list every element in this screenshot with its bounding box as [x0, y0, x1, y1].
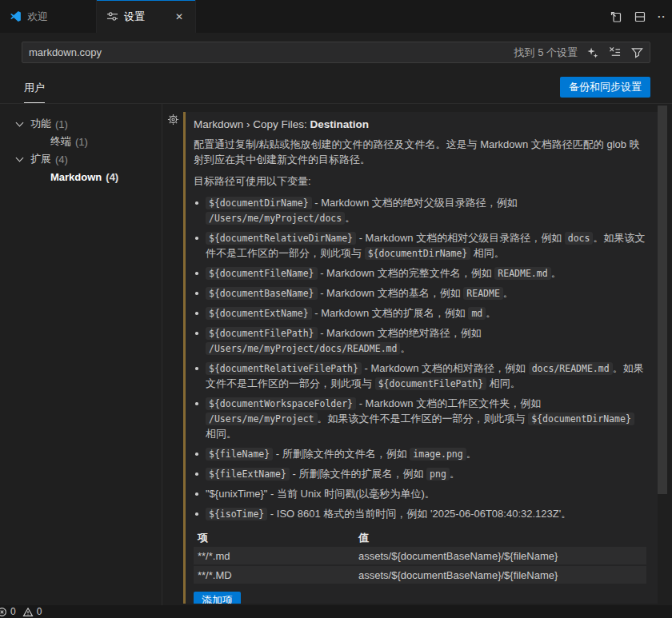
- tab-welcome[interactable]: 欢迎: [0, 0, 97, 33]
- tab-settings[interactable]: 设置 ✕: [97, 0, 196, 33]
- toc-item[interactable]: 扩展(4): [0, 150, 162, 168]
- code-chip: /Users/me/myProject/docs/README.md: [206, 342, 400, 355]
- setting-name: Destination: [310, 118, 370, 130]
- toc-item-label: 扩展: [30, 152, 51, 166]
- variable-list-item: ${isoTime} - ISO 8601 格式的当前时间，例如 '2025-0…: [194, 506, 646, 521]
- clear-filters-icon[interactable]: [606, 45, 622, 61]
- bullet-dot: [195, 201, 198, 205]
- code-chip: ${fileName}: [206, 448, 273, 461]
- bullet-dot: [195, 237, 198, 240]
- setting-title: Markdown › Copy Files: Destination: [194, 118, 646, 130]
- bullet-dot: [195, 312, 198, 315]
- toc-item-count: (1): [55, 118, 68, 130]
- open-settings-json-icon[interactable]: [610, 10, 622, 23]
- setting-category: Markdown › Copy Files:: [194, 118, 310, 130]
- toc-item-count: (4): [106, 171, 118, 183]
- code-chip: md: [468, 307, 486, 320]
- tab-user-scope[interactable]: 用户: [24, 81, 45, 103]
- code-chip: docs: [565, 232, 594, 245]
- destination-map-table: 项 值 **/*.mdassets/${documentBaseName}/${…: [194, 529, 646, 584]
- toc-item-label: 终端: [50, 134, 71, 149]
- bullet-dot: [195, 492, 198, 496]
- toc-item[interactable]: Markdown(4): [0, 168, 162, 185]
- code-chip: docs/README.md: [529, 362, 613, 375]
- variable-list-item: ${documentExtName} - Markdown 文档的扩展名，例如 …: [194, 305, 646, 321]
- code-chip: README: [463, 287, 503, 300]
- search-input[interactable]: [29, 46, 508, 58]
- scrollbar[interactable]: [658, 106, 667, 494]
- filter-funnel-icon[interactable]: [629, 45, 645, 61]
- setting-markdown-copy-destination: Markdown › Copy Files: Destination 配置通过复…: [183, 112, 658, 604]
- error-icon: [0, 607, 7, 617]
- variable-list-item: ${documentFileName} - Markdown 文档的完整文件名，…: [194, 265, 646, 281]
- code-chip: ${documentBaseName}: [206, 287, 318, 300]
- setting-value-cell: assets/${documentBaseName}/${fileName}: [354, 550, 646, 562]
- add-item-button[interactable]: 添加项: [194, 592, 241, 604]
- warning-icon: [22, 607, 34, 617]
- bullet-dot: [195, 367, 198, 370]
- column-header-key: 项: [194, 531, 354, 545]
- settings-search-row: 找到 5 个设置: [0, 33, 672, 72]
- vscode-logo-icon: [10, 10, 22, 22]
- code-chip: ${documentExtName}: [206, 307, 312, 320]
- toc-item[interactable]: 终端(1): [0, 133, 162, 150]
- variable-list-item: ${documentDirName} - Markdown 文档的绝对父级目录路…: [194, 195, 646, 225]
- settings-body: 功能(1)终端(1)扩展(4)Markdown(4) Markdown › Co…: [0, 104, 672, 605]
- split-editor-icon[interactable]: [634, 10, 646, 23]
- code-chip: ${documentRelativeFilePath}: [206, 362, 362, 375]
- variable-list-item: ${documentRelativeDirName} - Markdown 文档…: [194, 230, 646, 261]
- code-chip: ${documentFilePath}: [206, 327, 318, 340]
- setting-description-2: 目标路径可使用以下变量:: [194, 173, 646, 189]
- toc-item[interactable]: 功能(1): [0, 115, 162, 133]
- code-chip: ${documentDirName}: [528, 413, 634, 425]
- bullet-dot: [195, 292, 198, 295]
- variable-list-item: ${documentBaseName} - Markdown 文档的基名，例如 …: [194, 285, 646, 301]
- setting-key-cell: **/*.MD: [194, 569, 354, 581]
- code-chip: ${documentDirName}: [365, 247, 471, 260]
- variable-list-item: ${documentRelativeFilePath} - Markdown 文…: [194, 361, 646, 391]
- code-chip: ${documentDirName}: [206, 197, 312, 209]
- table-row[interactable]: **/*.MDassets/${documentBaseName}/${file…: [194, 566, 646, 584]
- toc-item-count: (4): [55, 154, 68, 165]
- setting-description: 配置通过复制/粘贴或拖放创建的文件的路径及文件名。这是与 Markdown 文档…: [194, 137, 646, 167]
- backup-sync-settings-button[interactable]: 备份和同步设置: [560, 77, 650, 98]
- sparkle-ai-search-icon[interactable]: [584, 45, 600, 61]
- gear-icon[interactable]: [167, 114, 179, 126]
- settings-list: Markdown › Copy Files: Destination 配置通过复…: [162, 104, 672, 605]
- code-chip: ${documentWorkspaceFolder}: [206, 397, 356, 410]
- setting-value-cell: assets/${documentBaseName}/${fileName}: [354, 569, 646, 581]
- bullet-dot: [195, 453, 198, 456]
- toc-item-label: Markdown: [50, 171, 102, 183]
- code-chip: png: [426, 468, 450, 480]
- code-chip: ${fileExtName}: [206, 468, 290, 480]
- code-chip: /Users/me/myProject: [206, 413, 318, 425]
- bullet-dot: [195, 332, 198, 335]
- code-chip: ${isoTime}: [206, 508, 267, 520]
- variable-list: ${documentDirName} - Markdown 文档的绝对父级目录路…: [194, 195, 646, 521]
- table-row[interactable]: **/*.mdassets/${documentBaseName}/${file…: [194, 547, 646, 564]
- toc-item-count: (1): [75, 136, 88, 148]
- variable-list-item: ${documentFilePath} - Markdown 文档的绝对路径，例…: [194, 325, 646, 356]
- more-actions-icon[interactable]: ···: [658, 10, 666, 22]
- close-icon[interactable]: ✕: [173, 10, 186, 24]
- code-chip: README.md: [494, 267, 550, 280]
- settings-toc: 功能(1)终端(1)扩展(4)Markdown(4): [0, 104, 162, 605]
- variable-list-item: ${documentWorkspaceFolder} - Markdown 文档…: [194, 396, 646, 441]
- code-chip: image.png: [410, 448, 466, 461]
- bullet-dot: [195, 402, 198, 405]
- settings-search-box: 找到 5 个设置: [22, 42, 650, 63]
- toc-item-label: 功能: [30, 117, 51, 131]
- code-chip: ${documentFileName}: [206, 267, 318, 280]
- status-bar: 0 0: [0, 605, 672, 618]
- bullet-dot: [195, 472, 198, 476]
- variable-list-item: ${fileExtName} - 所删除文件的扩展名，例如 png。: [194, 466, 646, 481]
- bullet-dot: [195, 512, 198, 516]
- editor-tab-bar: 欢迎 设置 ✕ ···: [0, 0, 672, 33]
- settings-scope-row: 用户 备份和同步设置: [0, 72, 672, 104]
- problems-status[interactable]: 0 0: [0, 606, 45, 617]
- code-chip: ${documentRelativeDirName}: [206, 232, 356, 245]
- error-count: 0: [10, 606, 16, 617]
- chevron-down-icon: [16, 154, 24, 162]
- search-result-count: 找到 5 个设置: [514, 46, 578, 60]
- settings-sliders-icon: [106, 10, 118, 22]
